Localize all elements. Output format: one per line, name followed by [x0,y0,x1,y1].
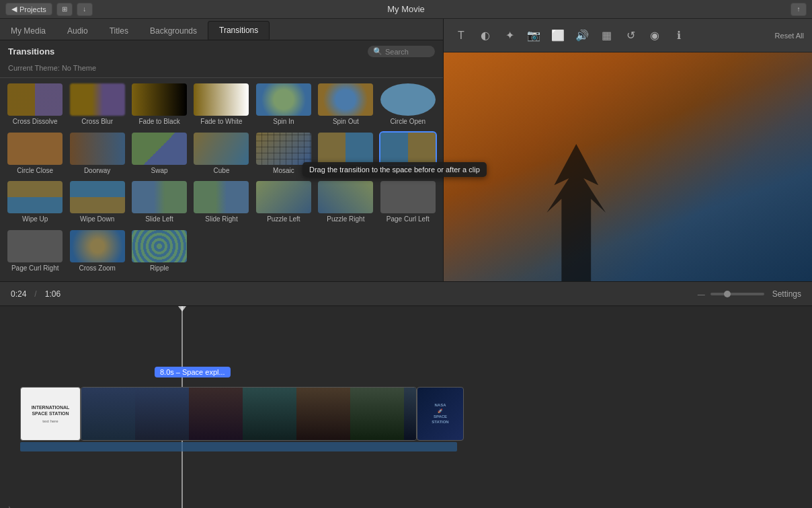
transition-doorway[interactable]: Doorway [67,133,126,179]
transition-puzzle-right[interactable]: Puzzle Right [316,181,375,227]
info-icon[interactable]: ℹ [669,26,688,45]
transition-thumb-ripple [132,230,187,262]
preview-area [444,52,812,281]
settings-label[interactable]: Settings [772,289,801,299]
title-bar-right: ↑ [790,3,807,16]
tab-backgrounds[interactable]: Backgrounds [139,22,208,40]
transitions-grid: Cross DissolveCross BlurFade to BlackFad… [0,78,443,281]
drag-tooltip: Drag the transition to the space before … [302,162,487,177]
transition-label-fade-to-white: Fade to White [200,118,242,125]
preview-image [444,52,812,281]
transition-label-cube: Cube [214,167,230,174]
transition-label-circle-close: Circle Close [17,167,53,174]
left-panel: My Media Audio Titles Backgrounds Transi… [0,19,444,281]
tab-audio[interactable]: Audio [56,22,99,40]
camera-icon[interactable]: 📷 [524,26,543,45]
transition-circle-close[interactable]: Circle Close [5,133,65,179]
timeline: 8.0s – Space expl... INTERNATIONALSPACE … [0,306,812,508]
transition-label-ripple: Ripple [150,264,169,272]
transition-cross-blur[interactable]: Cross Blur [67,83,126,130]
transition-fade-to-white[interactable]: Fade to White [192,83,251,130]
transition-label-slide-right: Slide Right [205,215,237,223]
reset-all-button[interactable]: Reset All [775,32,804,40]
transition-fade-to-black[interactable]: Fade to Black [130,83,189,130]
transition-wipe-up[interactable]: Wipe Up [5,181,65,227]
transition-thumb-cross-zoom [70,230,125,262]
clip-subtitle: text here [42,419,58,423]
transition-puzzle-left[interactable]: Puzzle Left [254,181,313,227]
transition-circle-open[interactable]: Circle Open [378,83,438,130]
share-icon: ↑ [797,5,801,13]
transition-thumb-spin-out [318,83,373,116]
download-button[interactable]: ↓ [77,3,93,16]
right-panel: T ◐ ✦ 📷 ⬜ 🔊 ▦ ↺ ◉ ℹ Reset All [444,19,812,281]
projects-button[interactable]: ◀ Projects [5,3,52,15]
clips-row: INTERNATIONALSPACE STATION text here NAS… [20,387,464,441]
transition-label-cross-dissolve: Cross Dissolve [13,118,58,125]
volume-min-icon: — [698,290,705,298]
frame-7 [404,388,417,440]
transition-label-cross-zoom: Cross Zoom [79,264,115,272]
playhead-triangle [178,306,186,312]
nav-tabs: My Media Audio Titles Backgrounds Transi… [0,19,443,40]
transition-thumb-puzzle-left [256,181,311,213]
transition-page-curl-right[interactable]: Page Curl Right [5,230,65,277]
music-icon: ♪ [7,503,11,508]
transition-thumb-circle-close [7,133,63,165]
clip-space-logo[interactable]: NASA🚀SPACESTATION [417,387,464,441]
bottom-section: 0:24 / 1:06 — Settings 8.0s – Space expl… [0,281,812,508]
transition-thumb-doorway [70,133,125,165]
search-input[interactable] [385,48,432,56]
transition-spin-out[interactable]: Spin Out [316,83,375,130]
space-logo-text: NASA🚀SPACESTATION [432,402,448,425]
playback-slider: — [698,290,764,298]
transition-thumb-swap [132,133,187,165]
transition-cross-dissolve[interactable]: Cross Dissolve [5,83,65,130]
transition-label-cross-blur: Cross Blur [81,118,113,125]
transition-thumb-fade-to-white [194,83,249,116]
audio-icon[interactable]: 🔊 [573,26,592,45]
transition-thumb-slide-right [194,181,249,213]
frame-1 [81,388,135,440]
layout-toggle-button[interactable]: ⊞ [56,3,73,16]
clip-title-card[interactable]: INTERNATIONALSPACE STATION text here [20,387,81,441]
text-tool-icon[interactable]: T [452,26,471,45]
tab-my-media[interactable]: My Media [0,22,56,40]
transition-label-page-curl-left: Page Curl Left [387,215,430,223]
transition-cube[interactable]: Cube [192,133,251,179]
transition-ripple[interactable]: Ripple [130,230,189,277]
tab-titles[interactable]: Titles [99,22,139,40]
stabilize-icon[interactable]: ◉ [645,26,664,45]
share-button[interactable]: ↑ [790,3,807,16]
playback-bar: 0:24 / 1:06 — Settings [0,282,812,306]
speed-icon[interactable]: ↺ [621,26,640,45]
search-box[interactable]: 🔍 [368,46,435,57]
transition-cross-zoom[interactable]: Cross Zoom [67,230,126,277]
transition-thumb-wipe-down [70,181,125,213]
bars-icon[interactable]: ▦ [597,26,616,45]
color-correction-icon[interactable]: ◐ [476,26,495,45]
transitions-title: Transitions [8,46,54,57]
transition-label-mosaic: Mosaic [273,167,294,174]
transition-page-curl-left[interactable]: Page Curl Left [378,181,438,227]
transition-thumb-circle-open [380,83,436,116]
tab-transitions[interactable]: Transitions [208,21,270,40]
transition-thumb-fade-to-black [132,83,187,116]
transitions-panel: Transitions 🔍 Current Theme: No Theme Cr… [0,40,443,281]
movie-title: My Movie [387,4,425,14]
zoom-slider-thumb[interactable] [724,291,731,297]
transition-swap[interactable]: Swap [130,133,189,179]
transition-slide-left[interactable]: Slide Left [130,181,189,227]
title-bar-left: ◀ Projects ⊞ ↓ [5,3,93,16]
transition-spin-in[interactable]: Spin In [254,83,313,130]
search-icon: 🔍 [373,47,382,56]
crop-icon[interactable]: ⬜ [549,26,567,45]
transitions-header: Transitions 🔍 [0,40,443,63]
projects-label: Projects [19,5,46,13]
zoom-slider-track[interactable] [710,293,764,295]
transition-wipe-down[interactable]: Wipe Down [67,181,126,227]
clip-video-strip[interactable] [81,387,417,441]
effects-icon[interactable]: ✦ [500,26,519,45]
current-time: 0:24 [11,289,26,299]
transition-slide-right[interactable]: Slide Right [192,181,251,227]
